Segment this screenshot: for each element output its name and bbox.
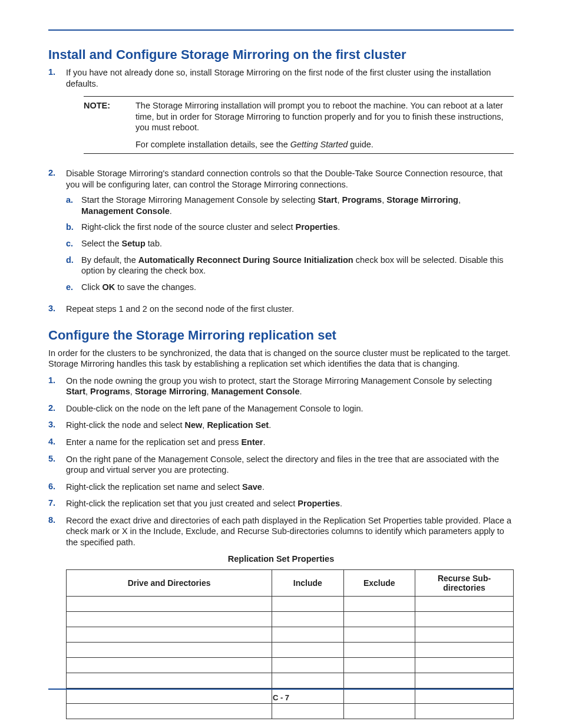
text: Start the Storage Mirroring Management C… — [81, 195, 318, 205]
sublist: a. Start the Storage Mirroring Managemen… — [66, 195, 514, 292]
list-item-body: Disable Storage Mirroring's standard con… — [66, 168, 514, 298]
text: . — [340, 499, 342, 508]
sublist-marker: a. — [66, 195, 81, 216]
bold-text: Start — [66, 387, 85, 396]
document-page: Install and Configure Storage Mirroring … — [0, 0, 562, 728]
text: to save the changes. — [115, 282, 196, 292]
list-marker: 4. — [48, 437, 66, 448]
bold-text: Management Console — [81, 206, 170, 216]
text: Click — [81, 282, 102, 292]
table-row — [67, 658, 514, 673]
table-caption: Replication Set Properties — [48, 554, 514, 565]
list-marker: 7. — [48, 498, 66, 509]
sublist-marker: b. — [66, 222, 81, 233]
text: Right-click the first node of the source… — [81, 222, 295, 232]
table-row — [67, 704, 514, 719]
list-item-body: Enter a name for the replication set and… — [66, 437, 514, 448]
sublist-item: b. Right-click the first node of the sou… — [66, 222, 514, 233]
bold-text: Replication Set — [207, 420, 269, 430]
bold-text: Enter — [241, 437, 263, 447]
list-item-body: On the right pane of the Management Cons… — [66, 454, 514, 476]
ordered-list-section1: 1. If you have not already done so, inst… — [48, 67, 514, 315]
list-marker: 1. — [48, 67, 66, 162]
list-marker: 6. — [48, 482, 66, 493]
list-item-body: Right-click the node and select New, Rep… — [66, 420, 514, 431]
sublist-marker: c. — [66, 238, 81, 249]
col-header-exclude: Exclude — [343, 569, 415, 596]
col-header-include: Include — [272, 569, 343, 596]
sublist-body: Start the Storage Mirroring Management C… — [81, 195, 514, 216]
list-marker: 5. — [48, 454, 66, 476]
text: On the node owning the group you wish to… — [66, 376, 492, 386]
text: Select the — [81, 239, 122, 248]
text: Right-click the replication set that you… — [66, 499, 297, 508]
text: guide. — [348, 140, 373, 149]
text: , — [85, 387, 90, 396]
text: . — [269, 420, 271, 430]
list-marker: 2. — [48, 403, 66, 414]
bold-text: Storage Mirroring — [135, 387, 207, 396]
list-item: 2. Disable Storage Mirroring's standard … — [48, 168, 514, 298]
step-text: Disable Storage Mirroring's standard con… — [66, 168, 514, 190]
list-item-body: Record the exact drive and directories o… — [66, 515, 514, 548]
table-row — [67, 673, 514, 689]
list-item: 1. On the node owning the group you wish… — [48, 375, 514, 397]
col-header-recurse: Recurse Sub-directories — [415, 569, 514, 596]
note-body: The Storage Mirroring installation will … — [135, 100, 514, 150]
step-text: Repeat steps 1 and 2 on the second node … — [66, 304, 514, 315]
list-item: 3. Right-click the node and select New, … — [48, 420, 514, 431]
list-marker: 1. — [48, 375, 66, 397]
bold-text: Save — [242, 482, 262, 492]
list-marker: 2. — [48, 168, 66, 298]
page-footer: C - 7 — [48, 689, 514, 702]
text: tab. — [146, 239, 162, 248]
text: For complete installation details, see t… — [135, 140, 290, 149]
table-row — [67, 612, 514, 627]
list-item: 8. Record the exact drive and directorie… — [48, 515, 514, 548]
intro-paragraph: In order for the clusters to be synchron… — [48, 348, 514, 370]
list-item-body: Repeat steps 1 and 2 on the second node … — [66, 304, 514, 315]
list-marker: 3. — [48, 304, 66, 315]
list-item: 2. Double-click on the node on the left … — [48, 403, 514, 414]
page-number: C - 7 — [48, 693, 514, 702]
text: Enter a name for the replication set and… — [66, 437, 241, 447]
bold-text: Storage Mirroring — [386, 195, 458, 205]
list-marker: 8. — [48, 515, 66, 548]
text: , — [130, 387, 135, 396]
note-block: NOTE: The Storage Mirroring installation… — [84, 96, 514, 154]
ordered-list-section2: 1. On the node owning the group you wish… — [48, 375, 514, 548]
bold-text: Automatically Reconnect During Source In… — [138, 255, 353, 265]
table-row — [67, 627, 514, 643]
sublist-item: c. Select the Setup tab. — [66, 238, 514, 249]
text: . — [299, 387, 302, 396]
text: . — [262, 482, 265, 492]
text: . — [263, 437, 266, 447]
list-item-body: If you have not already done so, install… — [66, 67, 514, 162]
text: Right-click the node and select — [66, 420, 185, 430]
table-header-row: Drive and Directories Include Exclude Re… — [67, 569, 514, 596]
list-item-body: On the node owning the group you wish to… — [66, 375, 514, 397]
sublist-body: Select the Setup tab. — [81, 238, 514, 249]
bold-text: OK — [102, 282, 115, 292]
list-item: 6. Right-click the replication set name … — [48, 482, 514, 493]
bold-text: Programs — [342, 195, 382, 205]
list-marker: 3. — [48, 420, 66, 431]
bottom-rule — [48, 689, 514, 690]
bold-text: Programs — [90, 387, 130, 396]
sublist-body: Right-click the first node of the source… — [81, 222, 514, 233]
section-heading-install: Install and Configure Storage Mirroring … — [48, 47, 514, 62]
sublist-body: By default, the Automatically Reconnect … — [81, 255, 514, 276]
text: . — [338, 222, 340, 232]
col-header-drive: Drive and Directories — [67, 569, 272, 596]
sublist-body: Click OK to save the changes. — [81, 282, 514, 293]
list-item-body: Right-click the replication set name and… — [66, 482, 514, 493]
section-heading-configure: Configure the Storage Mirroring replicat… — [48, 328, 514, 343]
text: , — [207, 387, 211, 396]
bold-text: Properties — [297, 499, 340, 508]
bold-text: Properties — [295, 222, 338, 232]
list-item-body: Double-click on the node on the left pan… — [66, 403, 514, 414]
list-item: 1. If you have not already done so, inst… — [48, 67, 514, 162]
text: By default, the — [81, 255, 138, 265]
text: . — [170, 206, 172, 216]
list-item: 7. Right-click the replication set that … — [48, 498, 514, 509]
